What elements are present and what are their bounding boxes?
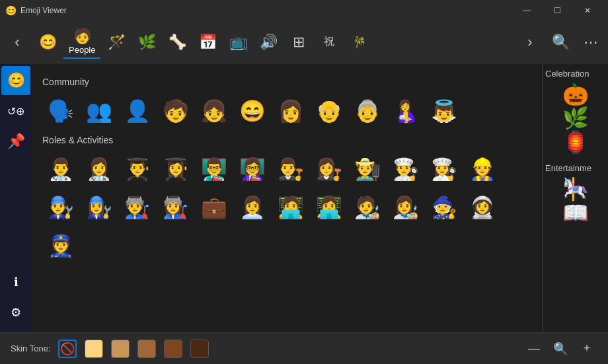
list-item[interactable]: 👩‍🎨 xyxy=(387,189,424,226)
list-item[interactable]: 🏮 xyxy=(545,131,605,153)
maximize-button[interactable]: ☐ xyxy=(542,0,572,21)
search-bottom-button[interactable]: 🔍 xyxy=(550,338,571,359)
sidebar-item-info[interactable]: ℹ xyxy=(1,268,30,297)
category-smiley[interactable]: 😊 xyxy=(33,25,62,59)
forward-button[interactable]: › xyxy=(515,25,545,59)
list-item[interactable]: 😄 xyxy=(234,92,271,129)
list-item[interactable]: 👨‍🍳 xyxy=(387,151,424,188)
bottom-bar: Skin Tone: 🚫 — 🔍 + xyxy=(0,332,608,364)
list-item[interactable]: 👩‍💻 xyxy=(311,189,348,226)
list-item[interactable]: 👩‍🎓 xyxy=(157,151,194,188)
celebration-title: Celebration xyxy=(545,69,605,79)
skin-tone-label: Skin Tone: xyxy=(11,344,50,353)
sidebar-item-emoji[interactable]: 😊 xyxy=(1,66,30,95)
list-item[interactable]: 👨‍⚖️ xyxy=(272,151,309,188)
skin-tone-medium-dark[interactable] xyxy=(164,340,182,358)
list-item[interactable]: 💼 xyxy=(196,189,233,226)
bottom-right: — 🔍 + xyxy=(523,338,597,359)
app-layout: 😊 ↺⊕ 📌 ℹ ⚙ Community 🗣️ 👥 👤 🧒 👧 😄 👩 👴 👵 … xyxy=(0,63,608,332)
roles-title: Roles & Activities xyxy=(42,135,531,145)
list-item[interactable]: 👨‍🏭 xyxy=(119,189,156,226)
list-item[interactable]: 👩‍⚖️ xyxy=(311,151,348,188)
list-item[interactable]: 🌿 xyxy=(545,108,605,129)
list-item[interactable]: 📖 xyxy=(545,202,605,223)
people-icon: 🧑 xyxy=(73,28,91,45)
title-bar-controls: — ☐ ✕ xyxy=(512,0,603,21)
sidebar-item-recents[interactable]: ↺⊕ xyxy=(1,96,30,126)
list-item[interactable]: 👨‍🔧 xyxy=(42,189,79,226)
sidebar-bottom: ℹ ⚙ xyxy=(1,268,30,332)
list-item[interactable]: 🧑‍🎨 xyxy=(349,189,386,226)
category-objects[interactable]: 📺 xyxy=(223,25,252,59)
list-item[interactable]: 👤 xyxy=(119,92,156,129)
skin-tone-none[interactable]: 🚫 xyxy=(58,340,77,358)
category-kanji1[interactable]: 祝 xyxy=(315,25,344,59)
list-item[interactable]: 👩 xyxy=(272,92,309,129)
entertainment-title: Entertainme xyxy=(545,163,605,173)
category-grid[interactable]: ⊞ xyxy=(284,25,313,59)
community-title: Community xyxy=(42,77,531,87)
list-item[interactable]: 👩‍🔧 xyxy=(81,189,118,226)
toolbar: ‹ 😊 🧑 People 🪄 🌿 🦴 📅 📺 🔊 ⊞ 祝 🎋 › 🔍 ⋯ xyxy=(0,21,608,63)
list-item[interactable]: 👥 xyxy=(81,92,118,129)
title-bar: 😊 Emoji Viewer — ☐ ✕ xyxy=(0,0,608,21)
list-item[interactable]: 👨‍🌾 xyxy=(349,151,386,188)
list-item[interactable]: 🗣️ xyxy=(42,92,79,129)
list-item[interactable]: 👨‍⚕️ xyxy=(42,151,79,188)
community-grid: 🗣️ 👥 👤 🧒 👧 😄 👩 👴 👵 🤱 👼 xyxy=(42,92,531,129)
minimize-button[interactable]: — xyxy=(512,0,542,21)
toolbar-right: › 🔍 ⋯ xyxy=(515,25,605,59)
zoom-out-button[interactable]: — xyxy=(523,338,545,359)
list-item[interactable]: 👨‍🏫 xyxy=(196,151,233,188)
category-activities[interactable]: 🪄 xyxy=(102,25,131,59)
more-button[interactable]: ⋯ xyxy=(576,25,605,59)
sidebar-item-settings[interactable]: ⚙ xyxy=(1,298,30,327)
category-symbols[interactable]: 🔊 xyxy=(254,25,283,59)
celebration-grid: 🎃 🌿 🏮 xyxy=(545,84,605,153)
list-item[interactable]: 🤱 xyxy=(387,92,424,129)
entertainment-grid: 🎠 📖 xyxy=(545,178,605,223)
list-item[interactable]: 🧒 xyxy=(157,92,194,129)
list-item[interactable]: 👮 xyxy=(42,227,79,264)
list-item[interactable]: 👩‍💼 xyxy=(234,189,271,226)
category-nature[interactable]: 🌿 xyxy=(132,25,161,59)
sidebar: 😊 ↺⊕ 📌 ℹ ⚙ xyxy=(0,63,32,332)
list-item[interactable]: 👩‍🍳 xyxy=(426,151,463,188)
category-animals[interactable]: 🦴 xyxy=(163,25,192,59)
skin-tone-light[interactable] xyxy=(85,340,103,358)
list-item[interactable]: 🎠 xyxy=(545,178,605,200)
list-item[interactable]: 🎃 xyxy=(545,84,605,105)
list-item[interactable]: 👴 xyxy=(311,92,348,129)
list-item[interactable]: 👼 xyxy=(426,92,463,129)
list-item[interactable]: 👩‍⚕️ xyxy=(81,151,118,188)
list-item[interactable]: 👩‍🏭 xyxy=(157,189,194,226)
skin-tone-medium-light[interactable] xyxy=(111,340,130,358)
skin-tone-dark[interactable] xyxy=(190,340,209,358)
list-item[interactable]: 🧑‍💻 xyxy=(272,189,309,226)
list-item[interactable]: 👨‍🎓 xyxy=(119,151,156,188)
app-title: Emoji Viewer xyxy=(20,6,67,15)
list-item[interactable]: 👵 xyxy=(349,92,386,129)
people-label: People xyxy=(69,45,95,55)
app-icon: 😊 xyxy=(5,5,17,16)
category-travel[interactable]: 📅 xyxy=(193,25,222,59)
skin-tone-medium[interactable] xyxy=(137,340,156,358)
list-item[interactable]: 👷 xyxy=(464,151,501,188)
list-item[interactable]: 👩‍🏫 xyxy=(234,151,271,188)
title-bar-left: 😊 Emoji Viewer xyxy=(5,5,67,16)
close-button[interactable]: ✕ xyxy=(572,0,603,21)
sidebar-item-favorites[interactable]: 📌 xyxy=(1,127,30,156)
main-content[interactable]: Community 🗣️ 👥 👤 🧒 👧 😄 👩 👴 👵 🤱 👼 Roles &… xyxy=(32,63,542,332)
roles-grid: 👨‍⚕️ 👩‍⚕️ 👨‍🎓 👩‍🎓 👨‍🏫 👩‍🏫 👨‍⚖️ 👩‍⚖️ 👨‍🌾 … xyxy=(42,151,531,264)
right-panel: Celebration 🎃 🌿 🏮 Entertainme 🎠 📖 xyxy=(542,63,608,332)
list-item[interactable]: 🧙 xyxy=(426,189,463,226)
zoom-in-button[interactable]: + xyxy=(576,338,597,359)
list-item[interactable]: 👩‍🚀 xyxy=(464,189,501,226)
category-kanji2[interactable]: 🎋 xyxy=(345,25,374,59)
entertainment-section: Entertainme 🎠 📖 xyxy=(545,163,605,223)
back-button[interactable]: ‹ xyxy=(3,25,32,59)
search-button[interactable]: 🔍 xyxy=(546,25,575,59)
category-people[interactable]: 🧑 People xyxy=(63,25,100,59)
list-item[interactable]: 👧 xyxy=(196,92,233,129)
